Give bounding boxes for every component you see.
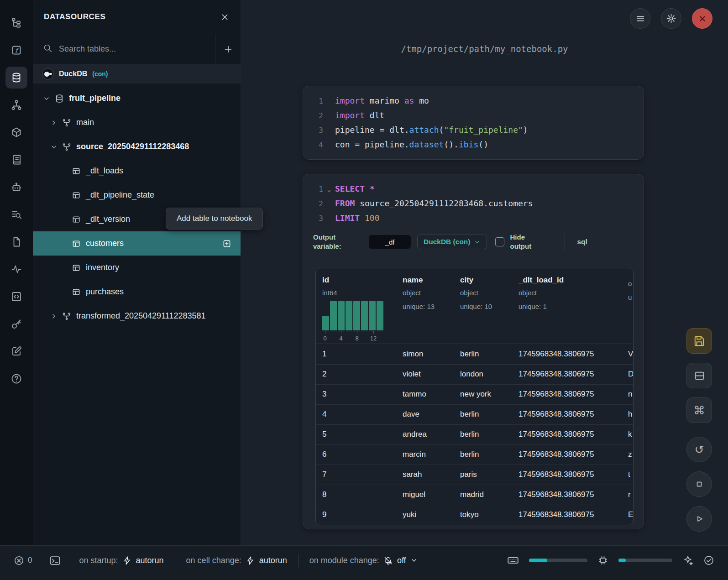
datasources-panel: DATASOURCES DuckDB (con) fruit_pipeline <box>33 0 241 545</box>
on-cell-change-toggle[interactable]: on cell change: autorun <box>186 556 287 565</box>
search-input[interactable] <box>59 44 178 54</box>
ai-button[interactable] <box>682 555 693 566</box>
table-row[interactable]: 4daveberlin1745968348.3806975h <box>316 404 633 424</box>
column-header-clipped: o u <box>622 276 634 344</box>
table-body: 1simonberlin1745968348.3806975V2violetlo… <box>316 344 633 525</box>
table-cell: berlin <box>454 350 512 359</box>
tree-item-schema-source[interactable]: source_202504291112283468 <box>33 135 241 159</box>
menu-button[interactable] <box>630 8 650 29</box>
table-row[interactable]: 3tammonew york1745968348.3806975n <box>316 384 633 404</box>
table-cell: berlin <box>454 450 512 459</box>
table-cell: new york <box>454 390 512 399</box>
errors-indicator[interactable]: 0 <box>14 555 32 566</box>
graph-icon[interactable] <box>5 94 27 116</box>
help-icon[interactable] <box>5 368 27 390</box>
table-row[interactable]: 8miguelmadrid1745968348.3806975r <box>316 485 633 505</box>
tree-item-table[interactable]: purchases <box>33 280 241 304</box>
tree-item-table[interactable]: inventory <box>33 256 241 280</box>
table-cell: r <box>622 490 634 499</box>
tree-item-label: transformed_202504291112283581 <box>76 311 206 321</box>
table-row[interactable]: 9yukitokyo1745968348.3806975E <box>316 505 633 525</box>
divider <box>565 233 565 251</box>
database-icon <box>55 94 65 103</box>
cell-language-label: sql <box>577 238 587 246</box>
close-panel-button[interactable] <box>220 12 230 22</box>
chip-button[interactable] <box>597 555 608 566</box>
undo-button[interactable]: ↺ <box>686 437 712 462</box>
table-row[interactable]: 5andreaberlin1745968348.3806975k <box>316 424 633 444</box>
id-histogram-axis: 04812 <box>322 331 385 344</box>
add-table-to-notebook-button[interactable] <box>222 239 231 248</box>
book-icon[interactable] <box>5 149 27 171</box>
tree-item-table[interactable]: _dlt_loads <box>33 159 241 183</box>
tree-item-database[interactable]: fruit_pipeline <box>33 86 241 110</box>
table-cell: marcin <box>396 450 454 459</box>
terminal-button[interactable] <box>49 555 61 566</box>
table-row[interactable]: 6marcinberlin1745968348.3806975z <box>316 444 633 465</box>
secondary-slider[interactable] <box>618 559 672 562</box>
file-tree-icon[interactable] <box>5 12 27 34</box>
table-row[interactable]: 2violetlondon1745968348.3806975D <box>316 364 633 384</box>
sql-output-bar: Output variable: DuckDB (con) Hide outpu… <box>313 233 634 251</box>
key-icon[interactable] <box>5 313 27 335</box>
cell-action-buttons: ⌘ ↺ <box>686 328 712 532</box>
health-button[interactable] <box>703 555 714 566</box>
run-button[interactable] <box>686 506 712 532</box>
table-row[interactable]: 7sarahparis1745968348.3806975t <box>316 465 633 485</box>
notebook-area: /tmp/project/path/my_notebook.py 1import… <box>241 0 728 545</box>
connection-badge: (con) <box>92 70 108 78</box>
chevron-down-icon <box>50 143 58 151</box>
robot-icon[interactable] <box>5 176 27 198</box>
connection-header[interactable]: DuckDB (con) <box>33 64 241 84</box>
layout-button[interactable] <box>686 363 712 388</box>
code-cell-sql[interactable]: 1⌄SELECT *2FROM source_20250429111228346… <box>303 174 644 529</box>
tree-item-table-customers[interactable]: customers <box>33 231 241 256</box>
table-cell: z <box>622 450 634 459</box>
hide-output-checkbox[interactable] <box>495 237 504 246</box>
output-variable-input[interactable] <box>369 235 411 249</box>
settings-button[interactable] <box>661 8 681 29</box>
tree-item-table[interactable]: _dlt_pipeline_state <box>33 183 241 207</box>
activity-icon[interactable] <box>5 258 27 280</box>
code-icon[interactable] <box>5 286 27 308</box>
add-connection-button[interactable] <box>215 34 241 64</box>
keyboard-shortcuts-button[interactable] <box>507 554 519 566</box>
error-circle-icon <box>14 555 24 566</box>
sql-code[interactable]: 1⌄SELECT *2FROM source_20250429111228346… <box>313 182 634 225</box>
table-icon <box>72 263 82 272</box>
table-icon <box>72 167 82 176</box>
datasources-icon[interactable] <box>5 67 27 89</box>
table-cell: tokyo <box>454 510 512 519</box>
stop-button[interactable] <box>686 471 712 497</box>
close-button[interactable] <box>692 8 712 29</box>
terminal-icon <box>49 555 61 566</box>
table-cell: 4 <box>316 410 396 419</box>
tree-item-label: customers <box>86 239 124 248</box>
chevron-right-icon <box>50 313 58 320</box>
python-code[interactable]: 1import marimo as mo2import dlt3pipeline… <box>313 94 634 152</box>
svg-text:f: f <box>16 47 19 54</box>
code-cell-python[interactable]: 1import marimo as mo2import dlt3pipeline… <box>303 86 644 160</box>
engine-dropdown-value: DuckDB (con) <box>424 238 470 246</box>
tree-item-label: inventory <box>86 263 119 272</box>
tree-item-schema-transformed[interactable]: transformed_202504291112283581 <box>33 304 241 328</box>
tooltip: Add table to notebook <box>166 208 263 230</box>
document-icon[interactable] <box>5 231 27 253</box>
compose-icon[interactable] <box>5 340 27 362</box>
list-search-icon[interactable] <box>5 204 27 225</box>
width-slider[interactable] <box>529 559 587 562</box>
package-icon[interactable] <box>5 121 27 143</box>
engine-dropdown[interactable]: DuckDB (con) <box>417 235 487 249</box>
tree-item-label: purchases <box>86 287 124 297</box>
table-cell: berlin <box>454 410 512 419</box>
command-palette-button[interactable]: ⌘ <box>686 397 712 423</box>
table-row[interactable]: 1simonberlin1745968348.3806975V <box>316 344 633 364</box>
table-cell: 1745968348.3806975 <box>512 390 622 399</box>
schema-icon <box>62 312 72 321</box>
save-button[interactable] <box>686 328 712 354</box>
on-startup-toggle[interactable]: on startup: autorun <box>79 556 163 565</box>
function-icon[interactable]: f <box>5 39 27 61</box>
tree-item-schema-main[interactable]: main <box>33 110 241 135</box>
lightning-icon <box>246 556 255 565</box>
on-module-change-toggle[interactable]: on module change: off <box>309 556 418 565</box>
